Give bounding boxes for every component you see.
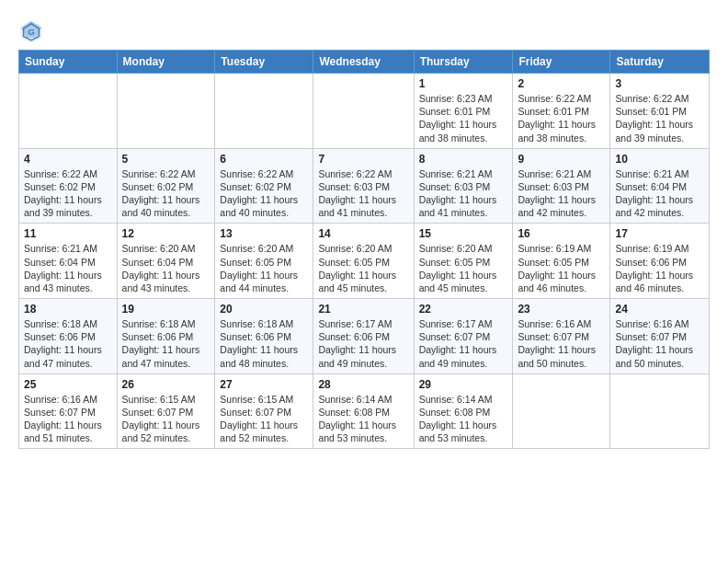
calendar-cell: 11Sunrise: 6:21 AM Sunset: 6:04 PM Dayli… bbox=[19, 224, 118, 299]
calendar-cell: 18Sunrise: 6:18 AM Sunset: 6:06 PM Dayli… bbox=[19, 299, 118, 374]
calendar-cell: 25Sunrise: 6:16 AM Sunset: 6:07 PM Dayli… bbox=[19, 373, 118, 449]
day-info: Sunrise: 6:18 AM Sunset: 6:06 PM Dayligh… bbox=[24, 317, 112, 370]
calendar-cell: 1Sunrise: 6:23 AM Sunset: 6:01 PM Daylig… bbox=[414, 74, 513, 149]
day-number: 28 bbox=[318, 378, 408, 391]
day-info: Sunrise: 6:17 AM Sunset: 6:07 PM Dayligh… bbox=[419, 317, 508, 370]
calendar-week-row: 11Sunrise: 6:21 AM Sunset: 6:04 PM Dayli… bbox=[19, 224, 710, 299]
calendar-cell: 17Sunrise: 6:19 AM Sunset: 6:06 PM Dayli… bbox=[610, 224, 710, 299]
calendar-header-tuesday: Tuesday bbox=[215, 51, 313, 74]
calendar-cell bbox=[117, 74, 215, 149]
day-number: 4 bbox=[24, 153, 112, 166]
day-number: 9 bbox=[518, 153, 605, 166]
calendar-cell bbox=[215, 74, 313, 149]
calendar-cell: 7Sunrise: 6:22 AM Sunset: 6:03 PM Daylig… bbox=[313, 148, 414, 224]
day-info: Sunrise: 6:17 AM Sunset: 6:06 PM Dayligh… bbox=[318, 317, 408, 370]
calendar-header-wednesday: Wednesday bbox=[313, 51, 414, 74]
day-number: 8 bbox=[419, 153, 508, 166]
day-info: Sunrise: 6:20 AM Sunset: 6:04 PM Dayligh… bbox=[122, 242, 210, 294]
day-info: Sunrise: 6:21 AM Sunset: 6:04 PM Dayligh… bbox=[24, 242, 112, 294]
day-number: 24 bbox=[615, 303, 704, 316]
day-info: Sunrise: 6:15 AM Sunset: 6:07 PM Dayligh… bbox=[220, 393, 308, 445]
day-info: Sunrise: 6:18 AM Sunset: 6:06 PM Dayligh… bbox=[220, 317, 308, 370]
calendar-cell: 10Sunrise: 6:21 AM Sunset: 6:04 PM Dayli… bbox=[610, 148, 710, 224]
day-number: 14 bbox=[318, 227, 408, 240]
calendar-cell bbox=[313, 74, 414, 149]
day-info: Sunrise: 6:23 AM Sunset: 6:01 PM Dayligh… bbox=[419, 92, 508, 144]
day-info: Sunrise: 6:19 AM Sunset: 6:06 PM Dayligh… bbox=[615, 242, 704, 294]
calendar-header-saturday: Saturday bbox=[610, 51, 710, 74]
calendar-cell: 14Sunrise: 6:20 AM Sunset: 6:05 PM Dayli… bbox=[313, 224, 414, 299]
day-number: 3 bbox=[615, 77, 704, 90]
calendar-cell: 24Sunrise: 6:16 AM Sunset: 6:07 PM Dayli… bbox=[610, 299, 710, 374]
calendar-cell: 6Sunrise: 6:22 AM Sunset: 6:02 PM Daylig… bbox=[215, 148, 313, 224]
day-number: 6 bbox=[220, 153, 308, 166]
calendar-cell: 23Sunrise: 6:16 AM Sunset: 6:07 PM Dayli… bbox=[513, 299, 610, 374]
day-number: 16 bbox=[518, 227, 605, 240]
day-info: Sunrise: 6:21 AM Sunset: 6:03 PM Dayligh… bbox=[419, 167, 508, 220]
day-number: 13 bbox=[220, 227, 308, 240]
logo: G bbox=[18, 18, 48, 44]
day-number: 11 bbox=[24, 227, 112, 240]
calendar-header-friday: Friday bbox=[513, 51, 610, 74]
day-number: 12 bbox=[122, 227, 210, 240]
day-number: 20 bbox=[220, 303, 308, 316]
day-number: 7 bbox=[318, 153, 408, 166]
calendar-cell: 5Sunrise: 6:22 AM Sunset: 6:02 PM Daylig… bbox=[117, 148, 215, 224]
calendar-header-monday: Monday bbox=[117, 51, 215, 74]
calendar-week-row: 18Sunrise: 6:18 AM Sunset: 6:06 PM Dayli… bbox=[19, 299, 710, 374]
day-info: Sunrise: 6:14 AM Sunset: 6:08 PM Dayligh… bbox=[318, 393, 408, 445]
day-number: 27 bbox=[220, 378, 308, 391]
calendar-cell: 16Sunrise: 6:19 AM Sunset: 6:05 PM Dayli… bbox=[513, 224, 610, 299]
calendar-cell: 20Sunrise: 6:18 AM Sunset: 6:06 PM Dayli… bbox=[215, 299, 313, 374]
calendar-cell: 26Sunrise: 6:15 AM Sunset: 6:07 PM Dayli… bbox=[117, 373, 215, 449]
day-number: 23 bbox=[518, 303, 605, 316]
header: G bbox=[18, 15, 710, 44]
calendar-cell: 29Sunrise: 6:14 AM Sunset: 6:08 PM Dayli… bbox=[414, 373, 513, 449]
day-info: Sunrise: 6:16 AM Sunset: 6:07 PM Dayligh… bbox=[518, 317, 605, 370]
day-number: 25 bbox=[24, 378, 112, 391]
calendar-week-row: 25Sunrise: 6:16 AM Sunset: 6:07 PM Dayli… bbox=[19, 373, 710, 449]
day-number: 22 bbox=[419, 303, 508, 316]
day-info: Sunrise: 6:18 AM Sunset: 6:06 PM Dayligh… bbox=[122, 317, 210, 370]
day-number: 21 bbox=[318, 303, 408, 316]
page: G SundayMondayTuesdayWednesdayThursdayFr… bbox=[0, 0, 728, 458]
day-number: 18 bbox=[24, 303, 112, 316]
day-info: Sunrise: 6:16 AM Sunset: 6:07 PM Dayligh… bbox=[615, 317, 704, 370]
calendar-cell: 22Sunrise: 6:17 AM Sunset: 6:07 PM Dayli… bbox=[414, 299, 513, 374]
day-info: Sunrise: 6:20 AM Sunset: 6:05 PM Dayligh… bbox=[419, 242, 508, 294]
day-info: Sunrise: 6:19 AM Sunset: 6:05 PM Dayligh… bbox=[518, 242, 605, 294]
calendar-cell bbox=[610, 373, 710, 449]
day-number: 19 bbox=[122, 303, 210, 316]
day-info: Sunrise: 6:22 AM Sunset: 6:02 PM Dayligh… bbox=[24, 167, 112, 220]
day-info: Sunrise: 6:20 AM Sunset: 6:05 PM Dayligh… bbox=[318, 242, 408, 294]
day-number: 2 bbox=[518, 77, 605, 90]
day-number: 1 bbox=[419, 77, 508, 90]
day-info: Sunrise: 6:22 AM Sunset: 6:02 PM Dayligh… bbox=[122, 167, 210, 220]
day-number: 10 bbox=[615, 153, 704, 166]
calendar-cell: 28Sunrise: 6:14 AM Sunset: 6:08 PM Dayli… bbox=[313, 373, 414, 449]
calendar-cell: 12Sunrise: 6:20 AM Sunset: 6:04 PM Dayli… bbox=[117, 224, 215, 299]
day-info: Sunrise: 6:22 AM Sunset: 6:01 PM Dayligh… bbox=[615, 92, 704, 144]
calendar-cell: 8Sunrise: 6:21 AM Sunset: 6:03 PM Daylig… bbox=[414, 148, 513, 224]
day-info: Sunrise: 6:22 AM Sunset: 6:01 PM Dayligh… bbox=[518, 92, 605, 144]
calendar-header-thursday: Thursday bbox=[414, 51, 513, 74]
day-info: Sunrise: 6:20 AM Sunset: 6:05 PM Dayligh… bbox=[220, 242, 308, 294]
calendar-table: SundayMondayTuesdayWednesdayThursdayFrid… bbox=[18, 50, 710, 449]
day-info: Sunrise: 6:21 AM Sunset: 6:04 PM Dayligh… bbox=[615, 167, 704, 220]
calendar-cell: 3Sunrise: 6:22 AM Sunset: 6:01 PM Daylig… bbox=[610, 74, 710, 149]
calendar-header-row: SundayMondayTuesdayWednesdayThursdayFrid… bbox=[19, 51, 710, 74]
day-number: 29 bbox=[419, 378, 508, 391]
calendar-cell: 13Sunrise: 6:20 AM Sunset: 6:05 PM Dayli… bbox=[215, 224, 313, 299]
day-number: 17 bbox=[615, 227, 704, 240]
day-number: 15 bbox=[419, 227, 508, 240]
day-info: Sunrise: 6:21 AM Sunset: 6:03 PM Dayligh… bbox=[518, 167, 605, 220]
svg-text:G: G bbox=[28, 27, 35, 37]
calendar-week-row: 4Sunrise: 6:22 AM Sunset: 6:02 PM Daylig… bbox=[19, 148, 710, 224]
day-info: Sunrise: 6:16 AM Sunset: 6:07 PM Dayligh… bbox=[24, 393, 112, 445]
calendar-cell bbox=[513, 373, 610, 449]
day-number: 5 bbox=[122, 153, 210, 166]
day-info: Sunrise: 6:22 AM Sunset: 6:03 PM Dayligh… bbox=[318, 167, 408, 220]
calendar-cell: 4Sunrise: 6:22 AM Sunset: 6:02 PM Daylig… bbox=[19, 148, 118, 224]
day-info: Sunrise: 6:22 AM Sunset: 6:02 PM Dayligh… bbox=[220, 167, 308, 220]
calendar-cell: 15Sunrise: 6:20 AM Sunset: 6:05 PM Dayli… bbox=[414, 224, 513, 299]
